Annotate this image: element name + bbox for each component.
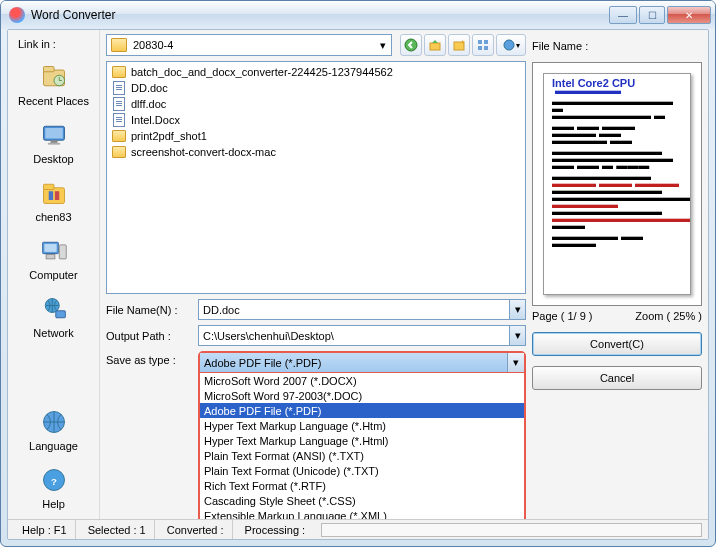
save-as-type-combo[interactable]: Adobe PDF File (*.PDF) ▾ MicroSoft Word … xyxy=(198,351,526,519)
app-window: Word Converter — ☐ ✕ Link in : Recent Pl… xyxy=(0,0,716,547)
preview-page-info: Page ( 1/ 9 ) xyxy=(532,310,593,322)
link-in-label: Link in : xyxy=(8,32,99,56)
path-combo[interactable]: 20830-4 ▾ xyxy=(106,34,392,56)
save-as-option[interactable]: Hyper Text Markup Language (*.Htm) xyxy=(200,418,524,433)
svg-point-27 xyxy=(504,40,514,50)
save-as-dropdown-arrow[interactable]: ▾ xyxy=(507,353,524,372)
save-as-option[interactable]: Extensible Markup Language (*.XML) xyxy=(200,508,524,519)
svg-rect-9 xyxy=(48,191,52,200)
svg-rect-26 xyxy=(484,46,488,50)
svg-rect-8 xyxy=(43,184,54,189)
network-icon xyxy=(38,293,70,325)
folder-icon xyxy=(111,129,127,143)
nav-view-button[interactable] xyxy=(472,34,494,56)
file-name-text: batch_doc_and_docx_converter-224425-1237… xyxy=(131,66,393,78)
save-as-option[interactable]: MicroSoft Word 2007 (*.DOCX) xyxy=(200,373,524,388)
document-icon xyxy=(111,113,127,127)
user-folder-icon xyxy=(38,177,70,209)
status-converted: Converted : xyxy=(159,520,233,539)
svg-rect-4 xyxy=(45,128,63,139)
status-help: Help : F1 xyxy=(14,520,76,539)
maximize-button[interactable]: ☐ xyxy=(639,6,665,24)
save-as-label: Save as type : xyxy=(106,351,192,366)
svg-rect-25 xyxy=(478,46,482,50)
sidebar-item-help[interactable]: ? Help xyxy=(14,459,94,517)
sidebar-item-user[interactable]: chen83 xyxy=(14,172,94,230)
sidebar-item-recent-places[interactable]: Recent Places xyxy=(14,56,94,114)
svg-rect-6 xyxy=(47,143,59,145)
output-path-label: Output Path : xyxy=(106,330,192,342)
file-row[interactable]: print2pdf_shot1 xyxy=(109,128,523,144)
close-button[interactable]: ✕ xyxy=(667,6,711,24)
convert-button[interactable]: Convert(C) xyxy=(532,332,702,356)
file-row[interactable]: DD.doc xyxy=(109,80,523,96)
right-panel: File Name : Intel Core2 CPU ▬▬▬▬▬▬ ▬▬▬▬▬… xyxy=(532,30,708,519)
sidebar-item-language[interactable]: Language xyxy=(14,401,94,459)
filename-label: File Name(N) : xyxy=(106,304,192,316)
save-as-option[interactable]: Plain Text Format (Unicode) (*.TXT) xyxy=(200,463,524,478)
folder-icon xyxy=(111,65,127,79)
svg-rect-21 xyxy=(430,43,440,50)
svg-rect-13 xyxy=(59,245,66,259)
file-name-text: dlff.doc xyxy=(131,98,166,110)
file-name-text: Intel.Docx xyxy=(131,114,180,126)
computer-icon xyxy=(38,235,70,267)
status-selected: Selected : 1 xyxy=(80,520,155,539)
svg-text:?: ? xyxy=(51,476,57,487)
sidebar-item-network[interactable]: Network xyxy=(14,288,94,346)
status-processing: Processing : xyxy=(237,520,314,539)
nav-back-button[interactable] xyxy=(400,34,422,56)
nav-newfolder-button[interactable] xyxy=(448,34,470,56)
save-as-option[interactable]: Hyper Text Markup Language (*.Html) xyxy=(200,433,524,448)
file-list[interactable]: batch_doc_and_docx_converter-224425-1237… xyxy=(106,61,526,294)
status-bar: Help : F1 Selected : 1 Converted : Proce… xyxy=(8,519,708,539)
file-row[interactable]: screenshot-convert-docx-mac xyxy=(109,144,523,160)
minimize-button[interactable]: — xyxy=(609,6,637,24)
cancel-button[interactable]: Cancel xyxy=(532,366,702,390)
save-as-option[interactable]: Rich Text Format (*.RTF) xyxy=(200,478,524,493)
save-as-option[interactable]: Adobe PDF File (*.PDF) xyxy=(200,403,524,418)
language-icon xyxy=(38,406,70,438)
svg-rect-14 xyxy=(46,255,55,259)
save-as-dropdown-list[interactable]: MicroSoft Word 2007 (*.DOCX)MicroSoft Wo… xyxy=(200,372,524,519)
document-icon xyxy=(111,81,127,95)
titlebar[interactable]: Word Converter — ☐ ✕ xyxy=(1,1,715,29)
file-row[interactable]: dlff.doc xyxy=(109,96,523,112)
preview-box: Intel Core2 CPU ▬▬▬▬▬▬ ▬▬▬▬▬▬▬▬▬▬▬ ▬ ▬▬▬… xyxy=(532,62,702,306)
save-as-option[interactable]: Plain Text Format (ANSI) (*.TXT) xyxy=(200,448,524,463)
file-name-text: screenshot-convert-docx-mac xyxy=(131,146,276,158)
svg-rect-12 xyxy=(44,244,56,252)
app-icon xyxy=(9,7,25,23)
folder-icon xyxy=(111,145,127,159)
sidebar-item-desktop[interactable]: Desktop xyxy=(14,114,94,172)
filename-dropdown-arrow[interactable]: ▾ xyxy=(509,300,525,319)
svg-rect-24 xyxy=(484,40,488,44)
document-icon xyxy=(111,97,127,111)
file-row[interactable]: Intel.Docx xyxy=(109,112,523,128)
path-dropdown-arrow[interactable]: ▾ xyxy=(375,39,391,52)
preview-zoom-info: Zoom ( 25% ) xyxy=(635,310,702,322)
sidebar-item-computer[interactable]: Computer xyxy=(14,230,94,288)
save-as-option[interactable]: Cascading Style Sheet (*.CSS) xyxy=(200,493,524,508)
svg-rect-7 xyxy=(43,188,64,204)
svg-rect-5 xyxy=(50,140,57,143)
status-progressbar xyxy=(321,523,702,537)
output-path-dropdown-arrow[interactable]: ▾ xyxy=(509,326,525,345)
nav-web-button[interactable]: ▾ xyxy=(496,34,526,56)
svg-rect-16 xyxy=(55,311,65,318)
client-area: Link in : Recent Places Desktop xyxy=(7,29,709,540)
nav-up-button[interactable] xyxy=(424,34,446,56)
filename-field[interactable]: DD.doc ▾ xyxy=(198,299,526,320)
svg-rect-1 xyxy=(43,67,54,72)
folder-icon xyxy=(111,38,127,52)
svg-rect-10 xyxy=(54,191,58,200)
desktop-icon xyxy=(38,119,70,151)
output-path-field[interactable]: C:\Users\chenhui\Desktop\ ▾ xyxy=(198,325,526,346)
file-row[interactable]: batch_doc_and_docx_converter-224425-1237… xyxy=(109,64,523,80)
save-as-selected: Adobe PDF File (*.PDF) xyxy=(200,353,507,372)
recent-places-icon xyxy=(38,61,70,93)
svg-rect-23 xyxy=(478,40,482,44)
preview-page: Intel Core2 CPU ▬▬▬▬▬▬ ▬▬▬▬▬▬▬▬▬▬▬ ▬ ▬▬▬… xyxy=(543,73,691,295)
save-as-option[interactable]: MicroSoft Word 97-2003(*.DOC) xyxy=(200,388,524,403)
window-title: Word Converter xyxy=(31,8,609,22)
